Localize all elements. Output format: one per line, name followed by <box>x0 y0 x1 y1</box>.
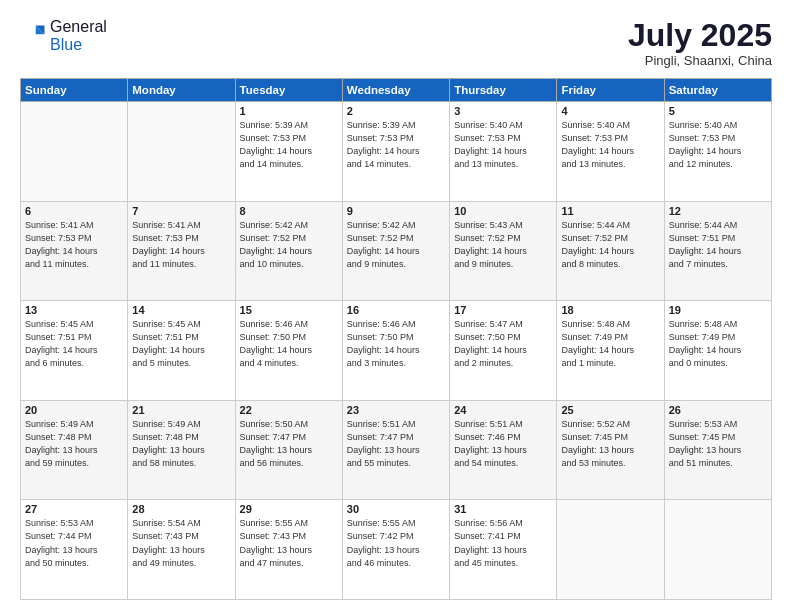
calendar-cell: 25Sunrise: 5:52 AM Sunset: 7:45 PM Dayli… <box>557 400 664 500</box>
day-number: 24 <box>454 404 552 416</box>
week-row-5: 27Sunrise: 5:53 AM Sunset: 7:44 PM Dayli… <box>21 500 772 600</box>
day-number: 27 <box>25 503 123 515</box>
day-number: 30 <box>347 503 445 515</box>
calendar-cell: 8Sunrise: 5:42 AM Sunset: 7:52 PM Daylig… <box>235 201 342 301</box>
day-info: Sunrise: 5:39 AM Sunset: 7:53 PM Dayligh… <box>347 119 445 171</box>
day-number: 7 <box>132 205 230 217</box>
day-info: Sunrise: 5:54 AM Sunset: 7:43 PM Dayligh… <box>132 517 230 569</box>
day-info: Sunrise: 5:44 AM Sunset: 7:52 PM Dayligh… <box>561 219 659 271</box>
week-row-1: 1Sunrise: 5:39 AM Sunset: 7:53 PM Daylig… <box>21 102 772 202</box>
day-number: 22 <box>240 404 338 416</box>
day-info: Sunrise: 5:49 AM Sunset: 7:48 PM Dayligh… <box>25 418 123 470</box>
calendar-cell <box>664 500 771 600</box>
weekday-header-row: Sunday Monday Tuesday Wednesday Thursday… <box>21 79 772 102</box>
logo-general-text: General <box>50 18 107 35</box>
calendar-cell: 22Sunrise: 5:50 AM Sunset: 7:47 PM Dayli… <box>235 400 342 500</box>
day-info: Sunrise: 5:53 AM Sunset: 7:45 PM Dayligh… <box>669 418 767 470</box>
day-info: Sunrise: 5:47 AM Sunset: 7:50 PM Dayligh… <box>454 318 552 370</box>
day-number: 9 <box>347 205 445 217</box>
day-info: Sunrise: 5:41 AM Sunset: 7:53 PM Dayligh… <box>132 219 230 271</box>
day-info: Sunrise: 5:43 AM Sunset: 7:52 PM Dayligh… <box>454 219 552 271</box>
day-number: 12 <box>669 205 767 217</box>
day-info: Sunrise: 5:42 AM Sunset: 7:52 PM Dayligh… <box>240 219 338 271</box>
calendar-cell: 7Sunrise: 5:41 AM Sunset: 7:53 PM Daylig… <box>128 201 235 301</box>
header-tuesday: Tuesday <box>235 79 342 102</box>
calendar-cell <box>21 102 128 202</box>
day-info: Sunrise: 5:41 AM Sunset: 7:53 PM Dayligh… <box>25 219 123 271</box>
calendar-cell: 15Sunrise: 5:46 AM Sunset: 7:50 PM Dayli… <box>235 301 342 401</box>
day-number: 1 <box>240 105 338 117</box>
calendar-cell: 11Sunrise: 5:44 AM Sunset: 7:52 PM Dayli… <box>557 201 664 301</box>
calendar-cell: 27Sunrise: 5:53 AM Sunset: 7:44 PM Dayli… <box>21 500 128 600</box>
calendar-cell: 12Sunrise: 5:44 AM Sunset: 7:51 PM Dayli… <box>664 201 771 301</box>
day-info: Sunrise: 5:40 AM Sunset: 7:53 PM Dayligh… <box>669 119 767 171</box>
day-info: Sunrise: 5:56 AM Sunset: 7:41 PM Dayligh… <box>454 517 552 569</box>
week-row-4: 20Sunrise: 5:49 AM Sunset: 7:48 PM Dayli… <box>21 400 772 500</box>
day-info: Sunrise: 5:52 AM Sunset: 7:45 PM Dayligh… <box>561 418 659 470</box>
day-info: Sunrise: 5:40 AM Sunset: 7:53 PM Dayligh… <box>561 119 659 171</box>
title-block: July 2025 Pingli, Shaanxi, China <box>628 18 772 68</box>
day-number: 23 <box>347 404 445 416</box>
calendar-cell: 20Sunrise: 5:49 AM Sunset: 7:48 PM Dayli… <box>21 400 128 500</box>
calendar-cell: 29Sunrise: 5:55 AM Sunset: 7:43 PM Dayli… <box>235 500 342 600</box>
day-number: 13 <box>25 304 123 316</box>
day-number: 21 <box>132 404 230 416</box>
calendar-cell: 24Sunrise: 5:51 AM Sunset: 7:46 PM Dayli… <box>450 400 557 500</box>
day-info: Sunrise: 5:48 AM Sunset: 7:49 PM Dayligh… <box>561 318 659 370</box>
day-number: 29 <box>240 503 338 515</box>
calendar-cell: 9Sunrise: 5:42 AM Sunset: 7:52 PM Daylig… <box>342 201 449 301</box>
day-number: 11 <box>561 205 659 217</box>
header-friday: Friday <box>557 79 664 102</box>
day-info: Sunrise: 5:55 AM Sunset: 7:42 PM Dayligh… <box>347 517 445 569</box>
day-number: 19 <box>669 304 767 316</box>
day-info: Sunrise: 5:50 AM Sunset: 7:47 PM Dayligh… <box>240 418 338 470</box>
day-number: 15 <box>240 304 338 316</box>
day-number: 18 <box>561 304 659 316</box>
day-number: 2 <box>347 105 445 117</box>
calendar-cell: 31Sunrise: 5:56 AM Sunset: 7:41 PM Dayli… <box>450 500 557 600</box>
day-info: Sunrise: 5:39 AM Sunset: 7:53 PM Dayligh… <box>240 119 338 171</box>
page: General Blue July 2025 Pingli, Shaanxi, … <box>0 0 792 612</box>
day-info: Sunrise: 5:55 AM Sunset: 7:43 PM Dayligh… <box>240 517 338 569</box>
day-info: Sunrise: 5:51 AM Sunset: 7:47 PM Dayligh… <box>347 418 445 470</box>
calendar-cell: 18Sunrise: 5:48 AM Sunset: 7:49 PM Dayli… <box>557 301 664 401</box>
day-number: 17 <box>454 304 552 316</box>
calendar-cell: 14Sunrise: 5:45 AM Sunset: 7:51 PM Dayli… <box>128 301 235 401</box>
calendar-cell: 5Sunrise: 5:40 AM Sunset: 7:53 PM Daylig… <box>664 102 771 202</box>
day-number: 20 <box>25 404 123 416</box>
logo-blue-text: Blue <box>50 36 82 53</box>
day-info: Sunrise: 5:46 AM Sunset: 7:50 PM Dayligh… <box>240 318 338 370</box>
header-monday: Monday <box>128 79 235 102</box>
day-info: Sunrise: 5:45 AM Sunset: 7:51 PM Dayligh… <box>25 318 123 370</box>
calendar: Sunday Monday Tuesday Wednesday Thursday… <box>20 78 772 600</box>
header-wednesday: Wednesday <box>342 79 449 102</box>
month-year: July 2025 <box>628 18 772 53</box>
header-sunday: Sunday <box>21 79 128 102</box>
logo-icon <box>20 22 48 50</box>
week-row-3: 13Sunrise: 5:45 AM Sunset: 7:51 PM Dayli… <box>21 301 772 401</box>
calendar-cell: 21Sunrise: 5:49 AM Sunset: 7:48 PM Dayli… <box>128 400 235 500</box>
day-number: 3 <box>454 105 552 117</box>
calendar-cell: 17Sunrise: 5:47 AM Sunset: 7:50 PM Dayli… <box>450 301 557 401</box>
header-thursday: Thursday <box>450 79 557 102</box>
day-number: 8 <box>240 205 338 217</box>
day-number: 10 <box>454 205 552 217</box>
day-info: Sunrise: 5:51 AM Sunset: 7:46 PM Dayligh… <box>454 418 552 470</box>
day-number: 25 <box>561 404 659 416</box>
day-number: 6 <box>25 205 123 217</box>
day-number: 4 <box>561 105 659 117</box>
day-number: 28 <box>132 503 230 515</box>
day-info: Sunrise: 5:49 AM Sunset: 7:48 PM Dayligh… <box>132 418 230 470</box>
day-info: Sunrise: 5:53 AM Sunset: 7:44 PM Dayligh… <box>25 517 123 569</box>
logo: General Blue <box>20 18 107 54</box>
calendar-cell <box>128 102 235 202</box>
calendar-cell: 23Sunrise: 5:51 AM Sunset: 7:47 PM Dayli… <box>342 400 449 500</box>
day-info: Sunrise: 5:48 AM Sunset: 7:49 PM Dayligh… <box>669 318 767 370</box>
calendar-cell: 28Sunrise: 5:54 AM Sunset: 7:43 PM Dayli… <box>128 500 235 600</box>
calendar-cell: 1Sunrise: 5:39 AM Sunset: 7:53 PM Daylig… <box>235 102 342 202</box>
calendar-cell: 10Sunrise: 5:43 AM Sunset: 7:52 PM Dayli… <box>450 201 557 301</box>
calendar-cell: 2Sunrise: 5:39 AM Sunset: 7:53 PM Daylig… <box>342 102 449 202</box>
day-number: 14 <box>132 304 230 316</box>
calendar-cell: 13Sunrise: 5:45 AM Sunset: 7:51 PM Dayli… <box>21 301 128 401</box>
location: Pingli, Shaanxi, China <box>628 53 772 68</box>
